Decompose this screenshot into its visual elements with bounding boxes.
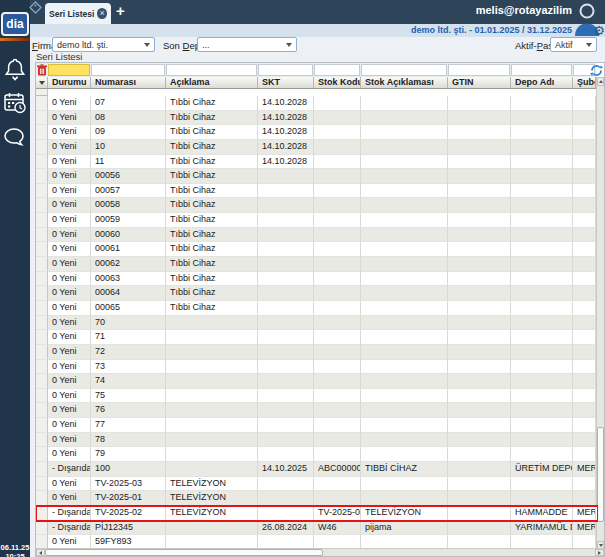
row-handle[interactable] (36, 140, 48, 155)
row-handle[interactable] (36, 403, 48, 418)
notifications-bell-icon[interactable] (3, 57, 27, 81)
table-row[interactable]: 0 Yeni00061Tıbbi Cihaz (36, 242, 598, 257)
table-row[interactable]: 0 Yeni00065Tıbbi Cihaz (36, 301, 598, 316)
filter-skt[interactable] (258, 63, 314, 77)
horizontal-scrollbar[interactable] (36, 548, 604, 556)
row-handle[interactable] (36, 345, 48, 360)
column-header-sube[interactable]: Şube (573, 77, 596, 88)
table-row[interactable]: 0 Yeni00060Tıbbi Cihaz (36, 228, 598, 243)
row-handle[interactable] (36, 491, 48, 506)
filter-durumu[interactable] (48, 63, 91, 77)
vertical-scroll-thumb[interactable] (597, 427, 604, 522)
scroll-up-button[interactable] (597, 77, 604, 86)
row-handle[interactable] (36, 477, 48, 492)
column-header-stok-aciklamasi[interactable]: Stok Açıklaması (361, 77, 448, 88)
table-row[interactable]: 0 Yeni77 (36, 418, 598, 433)
clear-filters-button[interactable] (36, 63, 48, 77)
filter-aciklama[interactable] (166, 63, 258, 77)
row-handle[interactable] (36, 360, 48, 375)
table-row[interactable]: 0 Yeni07Tıbbi Cihaz14.10.2028 (36, 96, 598, 111)
firma-select[interactable]: demo ltd. şti. (52, 37, 155, 52)
table-row[interactable]: 0 Yeni71 (36, 330, 598, 345)
table-row[interactable]: 0 Yeni00059Tıbbi Cihaz (36, 213, 598, 228)
row-handle[interactable] (36, 521, 48, 536)
table-row[interactable]: 0 Yeni74 (36, 374, 598, 389)
table-row[interactable]: 0 Yeni08Tıbbi Cihaz14.10.2028 (36, 111, 598, 126)
column-header-skt[interactable]: SKT (258, 77, 314, 88)
new-tab-button[interactable]: + (116, 1, 125, 21)
scroll-left-button[interactable] (36, 549, 45, 556)
column-header-depo-adi[interactable]: Depo Adı (511, 77, 573, 88)
filter-gtin[interactable] (448, 63, 511, 77)
filter-stok-kodu[interactable] (314, 63, 361, 77)
table-row[interactable]: 0 YeniTV-2025-01TELEVİZYON (36, 491, 598, 506)
column-header-durumu[interactable]: Durumu (48, 77, 91, 88)
calendar-clock-icon[interactable] (3, 91, 27, 115)
row-handle[interactable] (36, 418, 48, 433)
scroll-right-button[interactable] (595, 549, 604, 556)
chat-bubble-icon[interactable] (3, 126, 27, 150)
tab-seri-listesi[interactable]: Seri Listesi × (45, 3, 111, 24)
row-handle[interactable] (36, 272, 48, 287)
row-handle[interactable] (36, 111, 48, 126)
column-options-button[interactable] (36, 77, 48, 88)
logged-in-user[interactable]: melis@rotayazilim (476, 4, 572, 16)
table-row[interactable]: - DışarıdaPİJ1234526.08.2024W46pijamaYAR… (36, 521, 598, 536)
vertical-scrollbar[interactable] (596, 77, 604, 550)
column-header-gtin[interactable]: GTIN (448, 77, 511, 88)
table-row[interactable]: 0 Yeni79 (36, 447, 598, 462)
row-handle[interactable] (36, 374, 48, 389)
row-handle[interactable] (36, 198, 48, 213)
row-handle[interactable] (36, 89, 48, 96)
column-header-stok-kodu[interactable]: Stok Kodu (314, 77, 361, 88)
table-row[interactable]: 0 Yeni00057Tıbbi Cihaz (36, 184, 598, 199)
table-row[interactable]: 0 Yeni75 (36, 389, 598, 404)
row-handle[interactable] (36, 213, 48, 228)
row-handle[interactable] (36, 462, 48, 477)
row-handle[interactable] (36, 301, 48, 316)
settings-gear-icon[interactable]: ⚙ (593, 24, 605, 37)
table-row[interactable]: 0 Yeni00058Tıbbi Cihaz (36, 198, 598, 213)
row-handle[interactable] (36, 447, 48, 462)
company-period-label[interactable]: demo ltd. şti. - 01.01.2025 / 31.12.2025 (411, 25, 572, 35)
row-handle[interactable] (36, 389, 48, 404)
row-handle[interactable] (36, 316, 48, 331)
row-handle[interactable] (36, 169, 48, 184)
table-row[interactable]: 0 Yeni06Tıbbi Cihaz14.10.2028 (36, 89, 598, 96)
table-row[interactable]: 0 Yeni72 (36, 345, 598, 360)
row-handle[interactable] (36, 506, 48, 521)
tab-close-icon[interactable]: × (97, 8, 107, 19)
filter-numarasi[interactable] (91, 63, 166, 77)
column-header-aciklama[interactable]: Açıklama (166, 77, 258, 88)
table-row[interactable]: 0 Yeni78 (36, 433, 598, 448)
table-row[interactable]: 0 Yeni09Tıbbi Cihaz14.10.2028 (36, 125, 598, 140)
row-handle[interactable] (36, 257, 48, 272)
filter-depo-adi[interactable] (511, 63, 573, 77)
table-row[interactable]: 0 Yeni00063Tıbbi Cihaz (36, 272, 598, 287)
row-handle[interactable] (36, 286, 48, 301)
row-handle[interactable] (36, 184, 48, 199)
table-row[interactable]: 0 YeniTV-2025-03TELEVİZYON (36, 477, 598, 492)
table-row[interactable]: 0 Yeni00064Tıbbi Cihaz (36, 286, 598, 301)
row-handle[interactable] (36, 330, 48, 345)
row-handle[interactable] (36, 125, 48, 140)
table-row[interactable]: 0 Yeni70 (36, 316, 598, 331)
row-handle[interactable] (36, 155, 48, 170)
son-depo-select[interactable]: ... (197, 37, 297, 52)
table-row[interactable]: 0 Yeni00062Tıbbi Cihaz (36, 257, 598, 272)
horizontal-scroll-thumb[interactable] (45, 549, 323, 556)
row-handle[interactable] (36, 96, 48, 111)
column-header-numarasi[interactable]: Numarası (91, 77, 166, 88)
row-handle[interactable] (36, 433, 48, 448)
table-row[interactable]: 0 Yeni73 (36, 360, 598, 375)
filter-stok-aciklamasi[interactable] (361, 63, 448, 77)
table-row[interactable]: 0 Yeni00056Tıbbi Cihaz (36, 169, 598, 184)
table-row[interactable]: 0 Yeni76 (36, 403, 598, 418)
row-handle[interactable] (36, 242, 48, 257)
row-handle[interactable] (36, 228, 48, 243)
table-row[interactable]: - DışarıdaTV-2025-02TELEVİZYONTV-2025-01… (36, 506, 598, 521)
table-row[interactable]: 0 Yeni11Tıbbi Cihaz14.10.2028 (36, 155, 598, 170)
refresh-icon[interactable] (590, 64, 603, 77)
table-row[interactable]: 0 Yeni10Tıbbi Cihaz14.10.2028 (36, 140, 598, 155)
table-row[interactable]: - Dışarıda10014.10.2025ABC00000...TIBBİ … (36, 462, 598, 477)
